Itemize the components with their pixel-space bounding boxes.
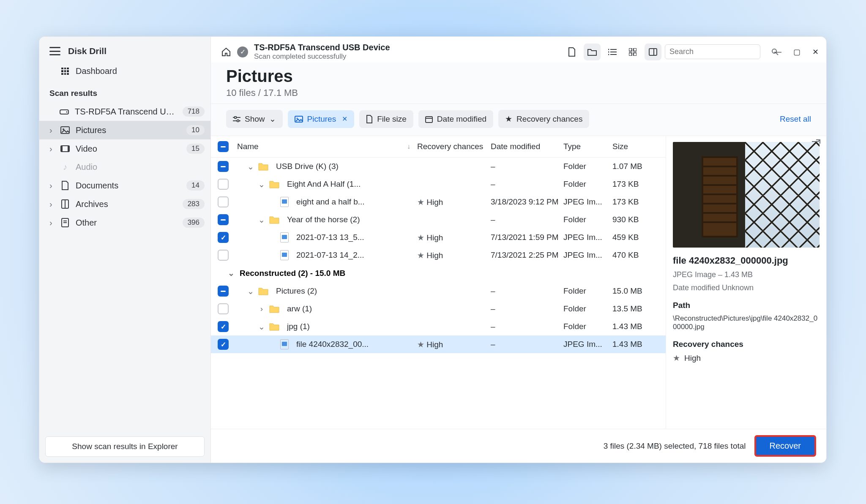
folder-icon xyxy=(269,322,279,331)
row-checkbox[interactable] xyxy=(218,250,229,261)
preview-path: \Reconstructed\Pictures\jpg\file 4240x28… xyxy=(673,314,820,331)
recchance-filter-label: Recovery chances xyxy=(516,114,582,124)
svg-rect-5 xyxy=(61,146,63,152)
row-name: USB Drive (K) (3) xyxy=(276,162,339,171)
page-title: Pictures xyxy=(226,67,811,86)
datemod-filter-label: Date modified xyxy=(437,114,486,124)
show-filter[interactable]: Show ⌄ xyxy=(226,110,283,128)
row-type: JPEG Im... xyxy=(563,251,612,260)
folder-icon xyxy=(269,305,279,313)
list-view-icon[interactable] xyxy=(604,44,621,60)
group-row[interactable]: ⌄ Reconstructed (2) - 15.0 MB xyxy=(211,264,666,282)
star-icon: ★ xyxy=(417,340,424,349)
row-checkbox[interactable] xyxy=(218,179,229,190)
datemod-filter[interactable]: Date modified xyxy=(418,110,493,128)
recchance-filter[interactable]: ★ Recovery chances xyxy=(498,110,589,128)
sidebar-item-documents[interactable]: › Documents 14 xyxy=(39,176,210,195)
row-checkbox[interactable] xyxy=(218,161,229,172)
pictures-filter[interactable]: Pictures ✕ xyxy=(288,110,355,128)
table-row[interactable]: ⌄ USB Drive (K) (3)–Folder1.07 MB xyxy=(211,158,666,175)
chevron-right-icon: › xyxy=(49,218,55,228)
chevron-icon[interactable]: ⌄ xyxy=(247,286,254,296)
sidebar-item-archives[interactable]: › Archives 283 xyxy=(39,195,210,213)
table-row[interactable]: ⌄ jpg (1)–Folder1.43 MB xyxy=(211,318,666,335)
table-row[interactable]: 2021-07-13 13_5...★ High7/13/2021 1:59 P… xyxy=(211,229,666,246)
recover-button[interactable]: Recover xyxy=(754,435,816,457)
row-size: 13.5 MB xyxy=(612,304,659,313)
filesize-filter-label: File size xyxy=(377,114,407,124)
sidebar-item-pictures[interactable]: › Pictures 10 xyxy=(39,121,210,139)
reset-filters[interactable]: Reset all xyxy=(780,114,811,124)
row-checkbox[interactable] xyxy=(218,214,229,225)
filesize-filter[interactable]: File size xyxy=(359,110,413,128)
sidebar-item-count: 396 xyxy=(183,218,205,228)
table-row[interactable]: 2021-07-13 14_2...★ High7/13/2021 2:25 P… xyxy=(211,246,666,264)
table-row[interactable]: eight and a half b...★ High3/18/2023 9:1… xyxy=(211,193,666,211)
row-type: JPEG Im... xyxy=(563,233,612,242)
search-input[interactable] xyxy=(669,47,768,56)
col-type[interactable]: Type xyxy=(563,142,612,151)
col-recovery[interactable]: Recovery chances xyxy=(417,142,491,151)
row-size: 173 KB xyxy=(612,197,659,207)
preview-bookshelf xyxy=(702,156,738,237)
table-row[interactable]: ⌄ Pictures (2)–Folder15.0 MB xyxy=(211,282,666,300)
select-all-checkbox[interactable] xyxy=(218,141,229,152)
show-in-explorer-button[interactable]: Show scan results in Explorer xyxy=(45,436,205,457)
sidebar-item-label: Pictures xyxy=(76,125,180,135)
minimize-button[interactable]: — xyxy=(774,47,781,57)
table-row[interactable]: ⌄ Eight And A Half (1...–Folder173 KB xyxy=(211,175,666,193)
row-checkbox[interactable] xyxy=(218,339,229,350)
table-row[interactable]: file 4240x2832_00...★ High–JPEG Im...1.4… xyxy=(211,335,666,353)
col-name[interactable]: Name xyxy=(237,142,259,151)
chevron-icon[interactable]: ⌄ xyxy=(258,180,265,189)
sidebar-item-audio[interactable]: ♪ Audio xyxy=(39,158,210,176)
chevron-icon[interactable]: ⌄ xyxy=(258,215,265,225)
preview-rec-value: High xyxy=(684,354,701,363)
row-checkbox[interactable] xyxy=(218,286,229,297)
split-view-icon[interactable] xyxy=(645,44,661,60)
row-checkbox[interactable] xyxy=(218,303,229,314)
row-checkbox[interactable] xyxy=(218,196,229,207)
remove-filter-icon[interactable]: ✕ xyxy=(342,115,347,123)
folder-view-icon[interactable] xyxy=(584,44,601,60)
table-row[interactable]: ⌄ Year of the horse (2)–Folder930 KB xyxy=(211,211,666,229)
table-row[interactable]: › arw (1)–Folder13.5 MB xyxy=(211,300,666,318)
row-checkbox[interactable] xyxy=(218,321,229,332)
sidebar-item-label: Documents xyxy=(76,181,180,191)
menu-icon[interactable] xyxy=(49,47,60,55)
row-type: Folder xyxy=(563,286,612,296)
col-size[interactable]: Size xyxy=(612,142,659,151)
file-view-icon[interactable] xyxy=(563,44,580,60)
row-size: 15.0 MB xyxy=(612,286,659,296)
row-type: JPEG Im... xyxy=(563,197,612,207)
row-checkbox[interactable] xyxy=(218,232,229,243)
row-name: Eight And A Half (1... xyxy=(287,180,361,189)
app-window: Disk Drill Dashboard Scan results TS-RDF… xyxy=(39,36,827,463)
home-icon[interactable] xyxy=(221,47,231,57)
sidebar-item-count: 283 xyxy=(183,199,205,209)
sidebar-device-label: TS-RDF5A Transcend US... xyxy=(75,107,177,117)
audio-icon: ♪ xyxy=(60,162,70,172)
star-icon: ★ xyxy=(505,114,512,124)
chevron-icon[interactable]: ⌄ xyxy=(258,322,265,332)
image-icon xyxy=(60,126,70,134)
svg-rect-20 xyxy=(629,53,632,56)
sidebar: Disk Drill Dashboard Scan results TS-RDF… xyxy=(39,37,211,463)
sidebar-device[interactable]: TS-RDF5A Transcend US... 718 xyxy=(39,102,210,121)
sidebar-item-video[interactable]: › Video 15 xyxy=(39,139,210,158)
close-button[interactable]: ✕ xyxy=(812,47,819,57)
sidebar-item-other[interactable]: › Other 396 xyxy=(39,213,210,232)
video-icon xyxy=(60,145,70,152)
grid-view-icon[interactable] xyxy=(624,44,641,60)
chevron-icon[interactable]: › xyxy=(258,304,265,313)
row-date: – xyxy=(491,215,563,224)
col-date[interactable]: Date modified xyxy=(491,142,563,151)
chevron-icon[interactable]: ⌄ xyxy=(247,162,254,172)
sidebar-item-count: 15 xyxy=(186,144,205,154)
sidebar-item-label: Archives xyxy=(76,199,177,209)
row-date: 7/13/2021 2:25 PM xyxy=(491,251,563,260)
search-box[interactable] xyxy=(665,44,760,59)
maximize-button[interactable]: ▢ xyxy=(793,47,800,57)
row-name: arw (1) xyxy=(287,304,312,313)
sidebar-dashboard[interactable]: Dashboard xyxy=(39,60,210,83)
